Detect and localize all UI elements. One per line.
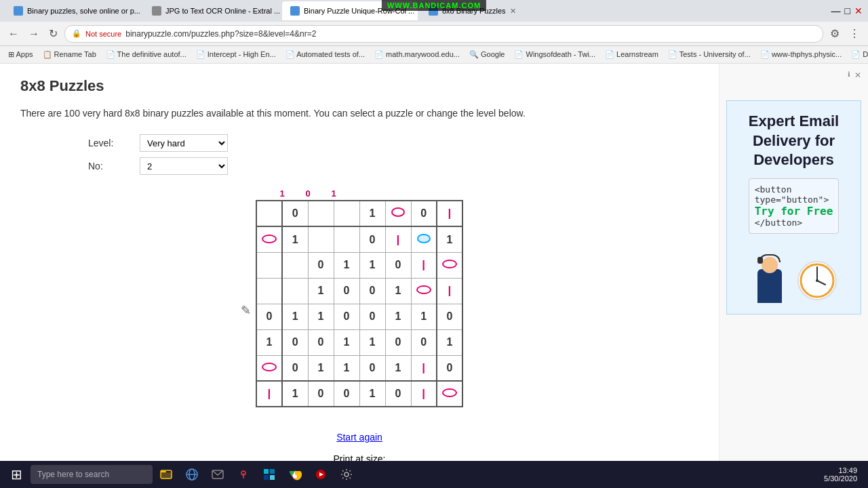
taskbar-media-icon[interactable] [310,464,332,485]
cell-2-4[interactable]: 1 [359,252,385,278]
cell-5-4[interactable]: 1 [359,329,385,355]
forward-button[interactable]: → [26,25,42,43]
taskbar-windows-icon[interactable] [258,464,280,485]
back-button[interactable]: ← [5,25,22,43]
bookmark-tests[interactable]: 📄 Tests - University of... [665,49,753,60]
cell-3-2[interactable]: 1 [308,278,334,304]
cell-3-7[interactable]: | [437,278,462,304]
cell-5-1[interactable]: 0 [282,329,308,355]
cell-4-6[interactable]: 1 [411,304,437,329]
cell-6-0[interactable] [256,355,282,381]
cell-5-5[interactable]: 0 [385,329,411,355]
ad-info-icon[interactable]: ℹ [848,70,850,80]
cell-0-4[interactable]: 1 [359,201,385,226]
tab-2[interactable]: JPG to Text OCR Online - Extral ... ✕ [144,1,279,20]
cell-0-6[interactable]: 0 [411,201,437,226]
bookmark-definitive[interactable]: 📄 The definitive autof... [103,49,189,60]
cell-1-6[interactable] [411,226,437,252]
extensions-button[interactable]: ⚙ [827,24,842,43]
puzzle-grid[interactable]: 0 1 0 | 1 [256,200,463,407]
bookmark-wings[interactable]: 📄 Wingsofdeath - Twi... [511,49,598,60]
cell-2-5[interactable]: 0 [385,252,411,278]
cell-7-2[interactable]: 0 [308,381,334,407]
menu-button[interactable]: ⋮ [846,24,863,43]
cell-5-7[interactable]: 1 [437,329,462,355]
cell-2-1[interactable] [282,252,308,278]
taskbar-maps-icon[interactable] [233,464,254,485]
bookmark-rename[interactable]: 📋 Rename Tab [40,49,99,60]
cell-3-0[interactable] [256,278,282,304]
no-dropdown[interactable]: 1 2 3 4 5 [140,157,228,175]
cell-6-6[interactable]: | [411,355,437,381]
cell-3-3[interactable]: 0 [334,278,359,304]
cell-5-3[interactable]: 1 [334,329,359,355]
taskbar-mail-icon[interactable] [207,464,229,485]
cell-0-0[interactable] [256,201,282,226]
cell-7-6[interactable]: | [411,381,437,407]
cell-0-5[interactable] [385,201,411,226]
cell-1-5[interactable]: | [385,226,411,252]
cell-5-2[interactable]: 0 [308,329,334,355]
bookmark-learn[interactable]: 📄 Learnstream [602,49,661,60]
close-button[interactable]: ✕ [854,5,863,16]
cell-1-7[interactable]: 1 [437,226,462,252]
bookmark-thphys[interactable]: 📄 www-thphys.physic... [757,49,844,60]
bookmark-google[interactable]: 🔍 Google [467,49,508,60]
bookmark-automated[interactable]: 📄 Automated tests of... [283,49,368,60]
taskbar-settings-icon[interactable] [336,464,357,485]
bookmark-intercept[interactable]: 📄 Intercept - High En... [193,49,279,60]
taskbar-browser-icon[interactable] [181,464,203,485]
cell-4-5[interactable]: 1 [385,304,411,329]
cell-7-1[interactable]: 1 [282,381,308,407]
cell-4-0[interactable]: 0 [256,304,282,329]
cell-6-3[interactable]: 1 [334,355,359,381]
cell-1-4[interactable]: 0 [359,226,385,252]
cell-1-0[interactable] [256,226,282,252]
cell-6-4[interactable]: 0 [359,355,385,381]
cell-1-1[interactable]: 1 [282,226,308,252]
cell-7-4[interactable]: 1 [359,381,385,407]
bookmark-math[interactable]: 📄 math.marywood.edu... [372,49,462,60]
taskbar-file-explorer-icon[interactable] [155,464,177,485]
cell-4-1[interactable]: 1 [282,304,308,329]
cell-6-5[interactable]: 1 [385,355,411,381]
taskbar-search-input[interactable] [31,465,153,484]
cell-0-2[interactable] [308,201,334,226]
cell-1-3[interactable] [334,226,359,252]
address-bar[interactable]: 🔒 Not secure binarypuzzle.com/puzzles.ph… [64,25,823,43]
cell-6-7[interactable]: 0 [437,355,462,381]
cell-2-7[interactable] [437,252,462,278]
tab-1[interactable]: Binary puzzles, solve online or p... ✕ [5,1,141,20]
cell-3-5[interactable]: 1 [385,278,411,304]
cell-6-2[interactable]: 1 [308,355,334,381]
cell-4-2[interactable]: 1 [308,304,334,329]
cell-4-3[interactable]: 0 [334,304,359,329]
cell-0-3[interactable] [334,201,359,226]
cell-5-6[interactable]: 0 [411,329,437,355]
ad-close-icon[interactable]: ✕ [854,70,861,80]
taskbar-chrome-icon[interactable] [284,464,306,485]
cell-7-3[interactable]: 0 [334,381,359,407]
cell-4-4[interactable]: 0 [359,304,385,329]
minimize-button[interactable]: — [831,5,841,16]
cell-0-1[interactable]: 0 [282,201,308,226]
cell-2-6[interactable]: | [411,252,437,278]
cell-2-0[interactable] [256,252,282,278]
cell-3-6[interactable] [411,278,437,304]
level-dropdown[interactable]: Easy Medium Hard Very hard [140,134,228,152]
start-again-link[interactable]: Start again [336,432,382,443]
cell-5-0[interactable]: 1 [256,329,282,355]
reload-button[interactable]: ↻ [46,24,60,43]
cell-0-7[interactable]: | [437,201,462,226]
start-button[interactable]: ⊞ [5,464,28,485]
tab-4-close[interactable]: ✕ [510,7,516,16]
cell-7-0[interactable]: | [256,381,282,407]
cell-3-4[interactable]: 0 [359,278,385,304]
bookmark-download[interactable]: 📄 Download apcotyl T... [848,49,868,60]
cell-2-3[interactable]: 1 [334,252,359,278]
cell-2-2[interactable]: 0 [308,252,334,278]
cell-3-1[interactable] [282,278,308,304]
cell-7-5[interactable]: 0 [385,381,411,407]
cell-4-7[interactable]: 0 [437,304,462,329]
cell-6-1[interactable]: 0 [282,355,308,381]
